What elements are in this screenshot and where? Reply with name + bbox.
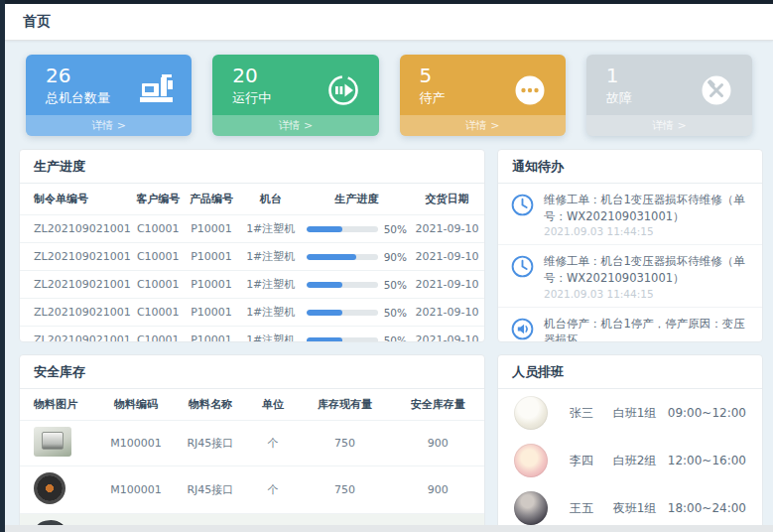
progress-bar [307, 282, 378, 288]
material-code-cell: M100001 [99, 466, 174, 514]
column-header: 库存现有量 [299, 389, 392, 421]
table-header-row: 制令单编号 客户编号 产品编号 机台 生产进度 交货日期 [20, 184, 484, 215]
machine-cell: 1#注塑机 [238, 271, 304, 299]
avatar [514, 396, 548, 430]
material-image-cell [20, 466, 99, 514]
safety-qty-cell: 900 [391, 421, 484, 466]
detail-link[interactable]: 详情 > [26, 115, 192, 136]
progress-bar [307, 337, 378, 343]
machine-cell: 1#注塑机 [238, 299, 304, 327]
column-header: 物料名称 [173, 389, 247, 421]
table-row: ZL202109021001 C10001 P10001 1#注塑机 90% 2… [20, 243, 484, 271]
delivery-date-cell: 2021-09-10 [410, 215, 484, 243]
customer-cell: C10001 [131, 327, 185, 343]
progress-cell: 50% [304, 215, 411, 243]
column-header: 单位 [247, 389, 298, 421]
machine-icon [136, 70, 176, 110]
notice-item[interactable]: 维修工单：机台1变压器损坏待维修（单号：WX202109031001） 2021… [498, 245, 762, 307]
notice-timestamp: 2021.09.03 11:44:15 [544, 288, 750, 300]
customer-cell: C10001 [131, 271, 185, 299]
notice-list: 维修工单：机台1变压器损坏待维修（单号：WX202109031001） 2021… [498, 184, 762, 342]
notice-text: 维修工单：机台1变压器损坏待维修（单号：WX202109031001） [544, 253, 750, 286]
panel-title: 人员排班 [498, 355, 762, 389]
notice-item[interactable]: 机台停产：机台1停产，停产原因：变压器损坏 2021.09.03 11:44:1… [498, 308, 762, 342]
column-header: 产品编号 [185, 184, 238, 215]
stock-qty-cell: 750 [299, 421, 392, 466]
delivery-date-cell: 2021-09-10 [410, 243, 484, 271]
stat-card-running[interactable]: 20 运行中 详情 > [212, 55, 378, 136]
column-header: 安全库存量 [391, 389, 484, 421]
round-speaker-image [34, 472, 65, 504]
column-header: 交货日期 [410, 184, 484, 215]
shift-label: 夜班1组 [613, 500, 668, 517]
column-header: 制令单编号 [20, 184, 131, 215]
page-header: 首页 [5, 4, 773, 41]
staff-name: 李四 [570, 453, 613, 469]
safety-qty-cell: 900 [391, 466, 484, 514]
progress-cell: 50% [304, 327, 411, 343]
shift-time: 18:00~24:00 [668, 501, 746, 515]
dashboard-content: 26 总机台数量 详情 > 20 运行中 详情 > 5 待产 [5, 41, 773, 529]
order-no-cell: ZL202109021001 [20, 327, 131, 343]
column-header: 生产进度 [304, 184, 411, 215]
progress-cell: 50% [304, 271, 411, 299]
avatar [514, 491, 548, 525]
inventory-table: 物料图片 物料编码 物料名称 单位 库存现有量 安全库存量 [20, 389, 484, 529]
shift-time: 09:00~12:00 [668, 406, 746, 420]
machine-cell: 1#注塑机 [238, 215, 304, 243]
production-progress-panel: 生产进度 制令单编号 客户编号 产品编号 机台 生产进度 交货日期 [19, 149, 485, 342]
delivery-date-cell: 2021-09-10 [410, 271, 484, 299]
column-header: 物料编码 [99, 389, 174, 421]
progress-cell: 50% [304, 299, 411, 327]
customer-cell: C10001 [131, 243, 185, 271]
stat-card-fault[interactable]: 1 故障 详情 > [586, 55, 752, 136]
delivery-date-cell: 2021-09-10 [410, 299, 484, 327]
speaker-icon [510, 317, 535, 341]
shift-time: 12:00~16:00 [668, 454, 746, 467]
collapsed-sidebar-edge [0, 0, 5, 532]
production-table: 制令单编号 客户编号 产品编号 机台 生产进度 交货日期 ZL202109021… [20, 184, 484, 342]
material-image-cell [20, 421, 99, 466]
progress-percent: 50% [384, 334, 407, 343]
notice-text: 维修工单：机台1变压器损坏待维修（单号：WX202109031001） [544, 192, 750, 224]
progress-percent: 50% [384, 223, 407, 235]
progress-bar [307, 310, 378, 316]
order-no-cell: ZL202109021001 [20, 243, 131, 271]
inventory-table-body: M100001 RJ45接口 个 750 900 M100001 [20, 421, 484, 530]
table-row: M100001 RJ45接口 个 750 900 [20, 421, 484, 466]
detail-link[interactable]: 详情 > [586, 115, 752, 136]
ellipsis-icon [510, 70, 550, 110]
order-no-cell: ZL202109021001 [20, 271, 131, 299]
customer-cell: C10001 [131, 299, 185, 327]
window-top-edge [0, 0, 773, 4]
progress-bar [307, 226, 378, 232]
shift-label: 白班2组 [613, 453, 668, 469]
notice-body: 维修工单：机台1变压器损坏待维修（单号：WX202109031001） 2021… [544, 253, 750, 299]
bottom-edge [5, 525, 773, 532]
stock-qty-cell: 750 [299, 466, 392, 514]
schedule-row: 李四 白班2组 12:00~16:00 [498, 437, 762, 484]
table-row: ZL202109021001 C10001 P10001 1#注塑机 50% 2… [20, 327, 484, 343]
detail-link[interactable]: 详情 > [400, 115, 566, 136]
panel-title: 生产进度 [20, 150, 484, 184]
page-title: 首页 [23, 13, 51, 31]
progress-percent: 50% [384, 279, 407, 291]
material-code-cell: M100001 [99, 421, 174, 466]
order-no-cell: ZL202109021001 [20, 215, 131, 243]
material-name-cell: RJ45接口 [173, 421, 247, 466]
progress-percent: 50% [384, 307, 407, 319]
table-row: ZL202109021001 C10001 P10001 1#注塑机 50% 2… [20, 299, 484, 327]
unit-cell: 个 [247, 466, 298, 514]
table-row: ZL202109021001 C10001 P10001 1#注塑机 50% 2… [20, 271, 484, 299]
notice-text: 机台停产：机台1停产，停产原因：变压器损坏 [544, 316, 750, 342]
notice-item[interactable]: 维修工单：机台1变压器损坏待维修（单号：WX202109031001） 2021… [498, 184, 762, 245]
stat-card-total-machines[interactable]: 26 总机台数量 详情 > [26, 55, 192, 136]
order-no-cell: ZL202109021001 [20, 299, 131, 327]
rj45-image [34, 427, 71, 457]
panel-title: 安全库存 [20, 355, 484, 389]
shift-label: 白班1组 [613, 405, 668, 422]
stat-card-waiting[interactable]: 5 待产 详情 > [400, 55, 566, 136]
detail-link[interactable]: 详情 > [212, 115, 378, 136]
schedule-row: 王五 夜班1组 18:00~24:00 [498, 484, 762, 529]
clock-icon [510, 254, 535, 279]
